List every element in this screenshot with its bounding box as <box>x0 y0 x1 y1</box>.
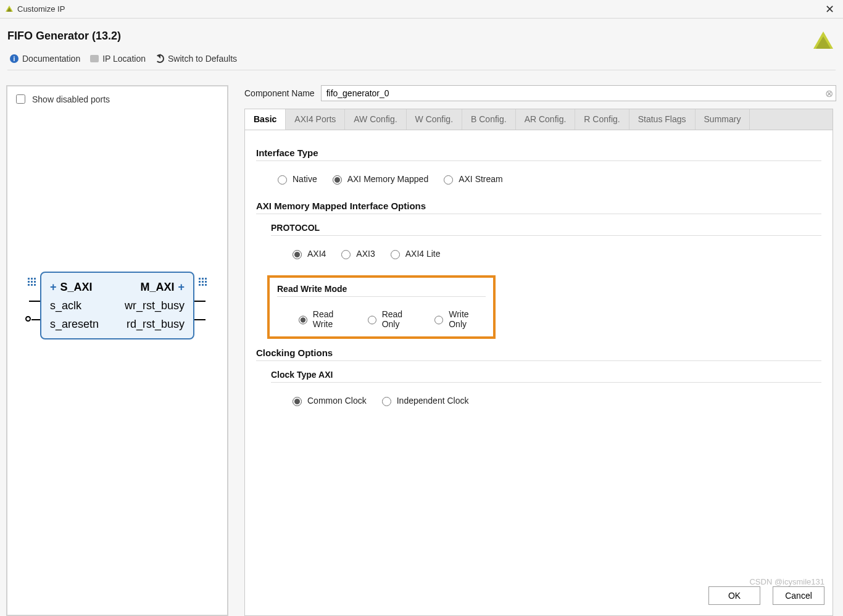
port-rd-rst-busy: rd_rst_busy <box>127 318 185 331</box>
titlebar: Customize IP ✕ <box>0 0 843 19</box>
plus-icon: + <box>178 281 185 294</box>
rd-rst-busy-pin <box>194 319 206 320</box>
divider <box>271 235 821 236</box>
show-disabled-ports-checkbox[interactable]: Show disabled ports <box>14 93 221 106</box>
interface-type-title: Interface Type <box>256 148 821 158</box>
titlebar-title: Customize IP <box>17 4 65 14</box>
radio-axi4-lite[interactable]: AXI4 Lite <box>388 248 441 259</box>
read-write-mode-highlight: Read Write Mode Read Write Read Only Wri… <box>267 275 496 339</box>
axi-mm-title: AXI Memory Mapped Interface Options <box>256 201 821 211</box>
divider <box>256 360 821 361</box>
protocol-title: PROTOCOL <box>271 223 821 233</box>
s-axi-bus-icon <box>28 278 36 286</box>
config-panel: Component Name ⊗ Basic AXI4 Ports AW Con… <box>244 85 837 616</box>
clock-type-options: Common Clock Independent Clock <box>271 391 821 418</box>
s-aclk-pin <box>29 301 40 302</box>
preview-panel: Show disabled ports +S_AXI M_AXI+ <box>6 85 228 616</box>
ip-location-label: IP Location <box>102 54 146 64</box>
tab-basic[interactable]: Basic <box>245 109 286 130</box>
radio-axi-memory-mapped[interactable]: AXI Memory Mapped <box>330 173 429 185</box>
radio-read-write[interactable]: Read Write <box>296 309 352 329</box>
tab-aw-config[interactable]: AW Config. <box>345 109 406 130</box>
tab-axi4-ports[interactable]: AXI4 Ports <box>286 109 345 130</box>
divider <box>256 214 821 214</box>
divider <box>256 160 821 161</box>
refresh-icon <box>156 54 164 63</box>
rw-mode-options: Read Write Read Only Write Only <box>277 306 486 333</box>
header: FIFO Generator (13.2) i Documentation IP… <box>0 19 843 73</box>
cancel-button[interactable]: Cancel <box>773 586 824 605</box>
s-aresetn-inverted-icon <box>25 316 31 322</box>
folder-icon <box>90 55 99 62</box>
switch-defaults-label: Switch to Defaults <box>168 54 237 64</box>
toolbar: i Documentation IP Location Switch to De… <box>7 54 836 70</box>
tab-content-basic: Interface Type Native AXI Memory Mapped … <box>244 130 833 616</box>
m-axi-bus-icon <box>199 278 207 286</box>
divider <box>271 382 821 383</box>
tab-r-config[interactable]: R Config. <box>575 109 629 130</box>
interface-type-options: Native AXI Memory Mapped AXI Stream <box>256 170 821 197</box>
app-logo-icon <box>5 5 14 14</box>
port-wr-rst-busy: wr_rst_busy <box>125 299 185 312</box>
show-disabled-ports-input[interactable] <box>16 94 25 104</box>
vendor-logo-icon <box>811 30 836 51</box>
port-m-axi: M_AXI+ <box>140 281 185 294</box>
tab-w-config[interactable]: W Config. <box>407 109 462 130</box>
radio-common-clock[interactable]: Common Clock <box>289 395 367 406</box>
page-title: FIFO Generator (13.2) <box>7 30 121 43</box>
switch-defaults-link[interactable]: Switch to Defaults <box>156 54 237 64</box>
tab-b-config[interactable]: B Config. <box>462 109 516 130</box>
s-aresetn-pin <box>31 319 40 320</box>
port-s-aresetn: s_aresetn <box>50 318 99 331</box>
wr-rst-busy-pin <box>194 301 206 302</box>
tab-ar-config[interactable]: AR Config. <box>516 109 576 130</box>
radio-axi-stream[interactable]: AXI Stream <box>441 173 503 185</box>
port-s-aclk: s_aclk <box>50 299 81 312</box>
radio-axi3[interactable]: AXI3 <box>338 248 375 259</box>
component-name-label: Component Name <box>244 88 315 98</box>
protocol-options: AXI4 AXI3 AXI4 Lite <box>271 244 821 272</box>
ok-button[interactable]: OK <box>708 586 760 605</box>
rw-mode-title: Read Write Mode <box>277 284 486 294</box>
radio-read-only[interactable]: Read Only <box>365 309 420 329</box>
info-icon: i <box>10 54 19 63</box>
radio-native[interactable]: Native <box>275 173 317 185</box>
radio-axi4[interactable]: AXI4 <box>289 248 326 259</box>
documentation-label: Documentation <box>22 54 80 64</box>
ip-location-link[interactable]: IP Location <box>90 54 146 64</box>
clocking-title: Clocking Options <box>256 348 821 358</box>
component-name-row: Component Name ⊗ <box>244 85 833 101</box>
tab-summary[interactable]: Summary <box>696 109 750 130</box>
tab-bar: Basic AXI4 Ports AW Config. W Config. B … <box>244 109 833 130</box>
close-button[interactable]: ✕ <box>821 2 838 16</box>
tab-status-flags[interactable]: Status Flags <box>629 109 696 130</box>
radio-independent-clock[interactable]: Independent Clock <box>379 395 469 406</box>
clear-input-icon[interactable]: ⊗ <box>825 88 833 99</box>
show-disabled-ports-label: Show disabled ports <box>32 94 110 104</box>
ip-box: +S_AXI M_AXI+ s_aclk wr_rst_busy s_arese… <box>40 272 194 339</box>
plus-icon: + <box>50 281 57 294</box>
divider <box>277 296 486 297</box>
ip-symbol: +S_AXI M_AXI+ s_aclk wr_rst_busy s_arese… <box>40 272 194 339</box>
documentation-link[interactable]: i Documentation <box>10 54 80 64</box>
customize-ip-window: Customize IP ✕ FIFO Generator (13.2) i D… <box>0 0 843 616</box>
port-s-axi: +S_AXI <box>50 281 93 294</box>
component-name-input[interactable] <box>321 85 836 101</box>
clock-type-title: Clock Type AXI <box>271 370 821 380</box>
radio-write-only[interactable]: Write Only <box>431 309 486 329</box>
main-area: Show disabled ports +S_AXI M_AXI+ <box>0 73 843 616</box>
footer: OK Cancel <box>708 586 824 605</box>
